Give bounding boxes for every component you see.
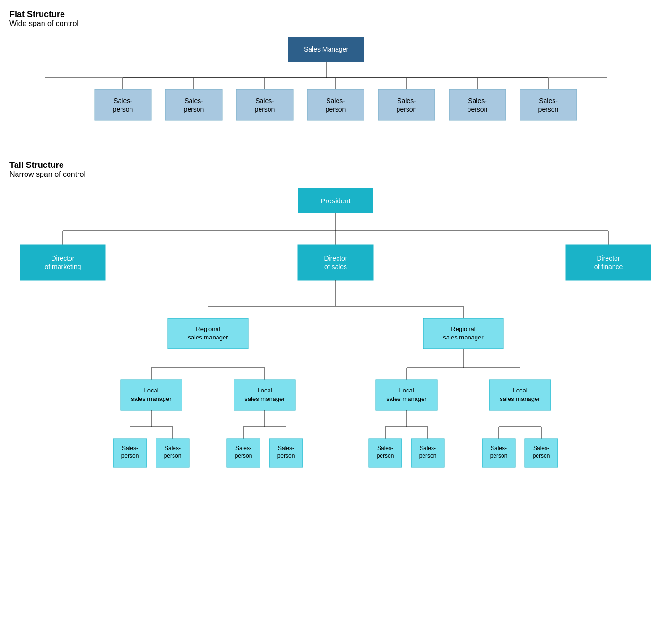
svg-text:person: person [113, 105, 133, 113]
flat-structure-section: Flat Structure Wide span of control Sale… [9, 9, 658, 141]
svg-text:Sales-: Sales- [326, 97, 345, 104]
svg-text:person: person [326, 105, 346, 113]
svg-rect-16 [307, 89, 364, 120]
regional-right-text2: sales manager [443, 334, 484, 341]
svg-text:person: person [468, 105, 488, 113]
regional-right-text: Regional [451, 325, 475, 332]
svg-text:person: person [538, 105, 559, 113]
svg-text:person: person [121, 453, 139, 459]
svg-text:Sales-: Sales- [539, 97, 558, 104]
dir-sales-text2: of sales [324, 263, 347, 270]
svg-text:Local: Local [399, 387, 414, 394]
svg-rect-22 [449, 89, 506, 120]
flat-root-text: Sales Manager [304, 45, 349, 53]
svg-text:person: person [377, 453, 394, 459]
svg-rect-13 [236, 89, 293, 120]
dir-finance-text2: of finance [594, 263, 623, 270]
svg-text:person: person [419, 453, 437, 459]
svg-text:sales manager: sales manager [244, 395, 285, 402]
tall-structure-section: Tall Structure Narrow span of control Pr… [9, 160, 658, 644]
svg-text:Sales-: Sales- [420, 445, 436, 452]
dir-finance-text: Director [597, 254, 620, 262]
svg-text:person: person [397, 105, 417, 113]
flat-subtitle: Wide span of control [9, 19, 658, 28]
svg-rect-7 [95, 89, 151, 120]
tall-title: Tall Structure [9, 160, 658, 170]
svg-text:Sales-: Sales- [113, 97, 132, 104]
svg-text:Sales-: Sales- [397, 97, 416, 104]
svg-text:person: person [164, 453, 182, 459]
svg-text:person: person [490, 453, 508, 459]
tall-label: Tall Structure Narrow span of control [9, 160, 658, 179]
svg-text:Sales-: Sales- [184, 97, 203, 104]
svg-text:Sales-: Sales- [533, 445, 549, 452]
svg-text:Local: Local [257, 387, 272, 394]
svg-text:Local: Local [144, 387, 158, 394]
svg-text:Sales-: Sales- [468, 97, 487, 104]
tall-subtitle: Narrow span of control [9, 170, 658, 179]
svg-text:person: person [235, 453, 252, 459]
tall-tree-svg: President Director of marketing Director… [9, 183, 662, 644]
president-text: President [321, 197, 351, 205]
svg-text:sales manager: sales manager [500, 395, 540, 402]
svg-text:person: person [255, 105, 275, 113]
dir-marketing-text: Director [51, 254, 74, 262]
svg-text:Sales-: Sales- [491, 445, 507, 452]
svg-text:sales manager: sales manager [131, 395, 172, 402]
svg-rect-10 [165, 89, 222, 120]
dir-sales-text: Director [324, 254, 347, 262]
svg-text:Sales-: Sales- [165, 445, 181, 452]
regional-left-text2: sales manager [188, 334, 228, 341]
regional-left-text: Regional [196, 325, 220, 332]
svg-text:person: person [533, 453, 550, 459]
svg-rect-25 [520, 89, 577, 120]
svg-text:of marketing: of marketing [44, 263, 81, 270]
svg-text:Sales-: Sales- [377, 445, 393, 452]
svg-text:Sales-: Sales- [235, 445, 251, 452]
svg-text:person: person [184, 105, 204, 113]
svg-text:Sales-: Sales- [278, 445, 294, 452]
svg-text:person: person [277, 453, 295, 459]
svg-text:Sales-: Sales- [255, 97, 274, 104]
flat-label: Flat Structure Wide span of control [9, 9, 658, 28]
flat-tree-svg: Sales Manager Sales- person Sales- perso… [9, 33, 662, 141]
flat-title: Flat Structure [9, 9, 658, 19]
svg-text:Local: Local [512, 387, 527, 394]
svg-text:sales manager: sales manager [386, 395, 427, 402]
svg-text:Sales-: Sales- [122, 445, 138, 452]
svg-rect-19 [378, 89, 435, 120]
